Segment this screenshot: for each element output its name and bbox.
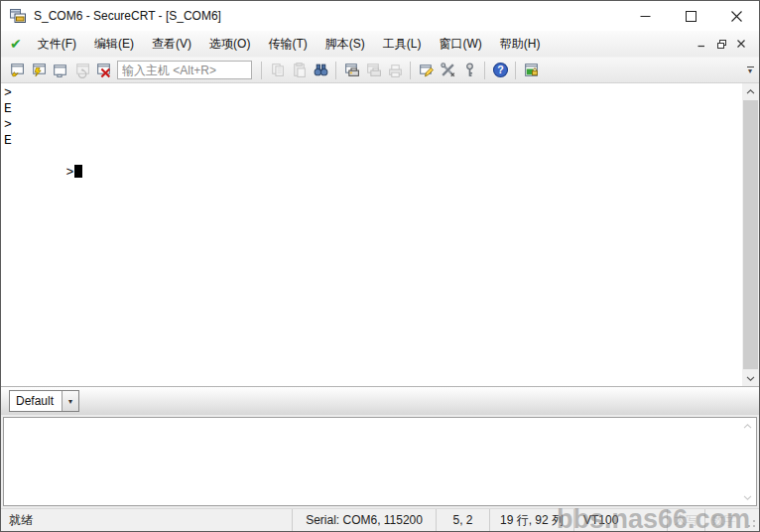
toolbar-separator [261, 62, 262, 79]
mdi-minimize-button[interactable] [692, 35, 711, 53]
status-screen-size: 19 行, 92 列 [489, 509, 573, 531]
help-button[interactable]: ? [489, 60, 511, 81]
copy-icon [269, 62, 286, 78]
print-screen-icon [343, 62, 360, 78]
mdi-restore-button[interactable] [711, 35, 731, 53]
scroll-up-button[interactable] [742, 83, 759, 99]
disconnect-icon [95, 62, 112, 78]
menu-transfer[interactable]: 传输(T) [259, 32, 316, 57]
paste-button[interactable] [288, 60, 310, 81]
menu-edit[interactable]: 编辑(E) [85, 32, 143, 57]
session-options-button[interactable] [415, 60, 437, 81]
reconnect-icon [73, 62, 90, 78]
quick-connect-button[interactable] [27, 60, 49, 81]
reconnect-button[interactable] [70, 60, 92, 81]
scroll-up-button[interactable] [740, 419, 755, 433]
menu-tools[interactable]: 工具(L) [374, 32, 431, 57]
scrollbar-thumb[interactable] [743, 100, 758, 369]
status-caps-indicator: 大写 [667, 509, 704, 531]
menu-view[interactable]: 查看(V) [143, 32, 200, 57]
terminal-line-text: > [4, 117, 12, 132]
mdi-close-icon [737, 40, 745, 48]
toolbar-separator [335, 62, 336, 79]
scroll-down-button[interactable] [742, 370, 759, 386]
menu-help[interactable]: 帮助(H) [491, 32, 550, 57]
command-window-input[interactable] [3, 417, 757, 506]
find-button[interactable] [310, 60, 331, 81]
terminal-line: > [4, 85, 739, 101]
chevron-down-icon: ▾ [748, 69, 752, 73]
minimize-button[interactable] [622, 1, 668, 31]
menu-window[interactable]: 窗口(W) [430, 32, 490, 57]
keymap-editor-icon [440, 62, 456, 78]
print-icon [387, 62, 404, 78]
chevron-up-icon [743, 424, 752, 429]
menu-options[interactable]: 选项(O) [200, 32, 259, 57]
profile-selected-value: Default [10, 391, 62, 411]
button-bar: Default ▾ [1, 386, 759, 415]
close-button[interactable] [713, 1, 759, 31]
status-num-indicator: 数字 [704, 509, 742, 531]
toolbar-separator [515, 62, 516, 79]
mdi-close-button[interactable] [731, 35, 751, 53]
scroll-down-button[interactable] [740, 490, 755, 504]
host-input[interactable] [117, 61, 252, 79]
terminal-cursor [74, 165, 82, 178]
connect-in-tab-button[interactable] [49, 60, 70, 81]
terminal-line-text: E [4, 133, 12, 148]
terminal-line-text: E [4, 101, 12, 116]
close-icon [731, 11, 742, 22]
copy-button[interactable] [266, 60, 288, 81]
print-screen-button[interactable] [340, 60, 362, 81]
minimize-icon [640, 11, 651, 22]
status-ready: 就绪 [1, 509, 292, 531]
chevron-down-icon: ▾ [68, 397, 72, 406]
terminal-prompt-line: > [4, 149, 739, 165]
status-cursor-position: 5, 2 [436, 509, 489, 531]
mdi-restore-icon [717, 40, 726, 49]
disconnect-button[interactable] [92, 60, 114, 81]
print-selection-button[interactable] [362, 60, 384, 81]
paste-icon [291, 62, 308, 78]
print-button[interactable] [384, 60, 406, 81]
lock-session-icon [523, 62, 540, 78]
toolbar-overflow-button[interactable]: ▾ [744, 66, 756, 73]
toolbar: ? ▾ [1, 57, 759, 83]
resize-grip[interactable] [742, 509, 759, 531]
terminal-line-text: > [65, 165, 73, 180]
securecrt-window: S_COM6 - SecureCRT - [S_COM6] ✔ 文件(F) 编辑… [0, 0, 760, 532]
session-connected-icon[interactable]: ✔ [10, 37, 22, 51]
maximize-icon [686, 11, 697, 22]
title-bar: S_COM6 - SecureCRT - [S_COM6] [1, 1, 759, 31]
maximize-button[interactable] [668, 1, 713, 31]
mdi-window-controls [692, 35, 751, 53]
key-agent-button[interactable] [458, 60, 480, 81]
terminal-line: > [4, 117, 739, 133]
keymap-editor-button[interactable] [437, 60, 458, 81]
menu-bar: ✔ 文件(F) 编辑(E) 查看(V) 选项(O) 传输(T) 脚本(S) 工具… [1, 31, 759, 57]
app-icon [9, 8, 27, 24]
quick-connect-icon [30, 62, 47, 78]
profile-dropdown-button[interactable]: ▾ [62, 391, 78, 411]
terminal-line-text: > [4, 85, 12, 100]
toolbar-separator [410, 62, 411, 79]
grip-dot [748, 525, 750, 527]
find-icon [313, 62, 329, 78]
status-bar: 就绪 Serial: COM6, 115200 5, 2 19 行, 92 列 … [1, 508, 759, 531]
terminal-screen[interactable]: > E > E > [1, 83, 759, 386]
button-bar-profile-select[interactable]: Default ▾ [9, 390, 79, 412]
command-window-scrollbar[interactable] [740, 419, 755, 504]
help-icon: ? [492, 62, 509, 78]
toolbar-separator [484, 62, 485, 79]
chevron-down-icon [743, 495, 752, 500]
menu-script[interactable]: 脚本(S) [317, 32, 374, 57]
menu-file[interactable]: 文件(F) [29, 32, 85, 57]
terminal-scrollbar[interactable] [742, 83, 759, 386]
lock-session-button[interactable] [520, 60, 542, 81]
connect-in-tab-icon [52, 62, 68, 78]
window-title: S_COM6 - SecureCRT - [S_COM6] [34, 9, 221, 23]
mdi-minimize-icon [697, 40, 705, 48]
connect-dialog-button[interactable] [5, 60, 27, 81]
print-selection-icon [365, 62, 382, 78]
grip-dot [753, 525, 755, 527]
